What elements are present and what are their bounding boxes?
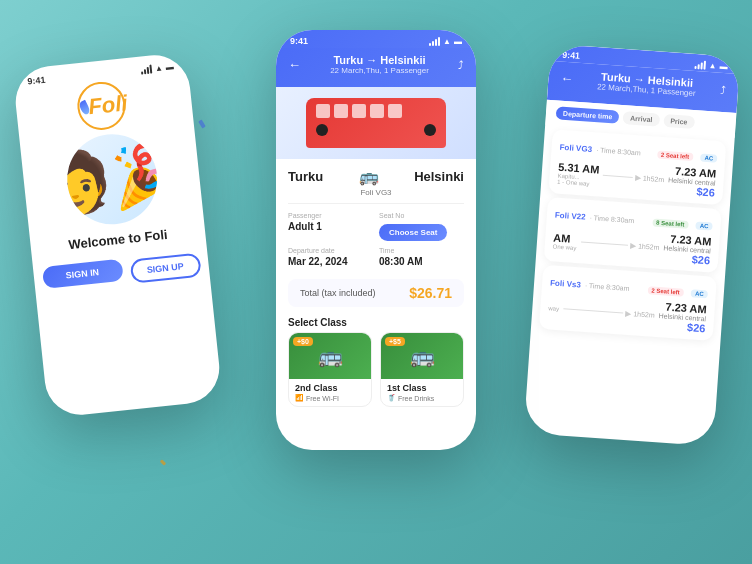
bus-image xyxy=(276,87,476,159)
wifi-icon-right: ▲ xyxy=(709,60,718,70)
class-card-img-1st: 🚌 +$5 xyxy=(381,333,463,379)
departure-value: Mar 22, 2024 xyxy=(288,256,373,267)
seat-badge-2: 8 Seat left xyxy=(652,218,689,229)
result-time-label-1: · Time 8:30am xyxy=(596,146,641,156)
auth-buttons: SIGN IN SIGN UP xyxy=(41,251,201,295)
time-center: 9:41 xyxy=(290,36,308,46)
class-card-1st[interactable]: 🚌 +$5 1st Class 🥤 Free Drinks xyxy=(380,332,464,407)
confetti-5 xyxy=(160,459,166,465)
from-city: Turku xyxy=(288,169,323,184)
time-label: Time xyxy=(379,247,464,254)
departure-label: Departure date xyxy=(288,247,373,254)
confetti-2 xyxy=(198,120,205,129)
ac-badge-1: AC xyxy=(700,154,717,163)
center-header-subtitle: 22 March,Thu, 1 Passenger xyxy=(330,66,429,75)
class-card-img-2nd: 🚌 +$0 xyxy=(289,333,371,379)
total-row: Total (tax included) $26.71 xyxy=(288,279,464,307)
result-brand-3: Foli Vs3 xyxy=(550,278,581,289)
signal-icon xyxy=(140,64,152,74)
avatar-figure: 🧑‍🎉 xyxy=(62,142,161,217)
result-card-3[interactable]: Foli Vs3 · Time 8:30am 2 Seat left AC wa… xyxy=(539,265,717,341)
result-time-label-3: · Time 8:30am xyxy=(585,282,630,292)
time-info: Time 08:30 AM xyxy=(379,247,464,267)
signal-icon-center xyxy=(429,37,440,46)
filter-tab-price[interactable]: Price xyxy=(663,114,695,129)
select-class-title: Select Class xyxy=(276,311,476,332)
center-header: ← Turku → Helsinkii 22 March,Thu, 1 Pass… xyxy=(276,48,476,87)
status-bar-center: 9:41 ▲ ▬ xyxy=(276,30,476,48)
total-price: $26.71 xyxy=(409,285,452,301)
wifi-icon: ▲ xyxy=(154,63,163,73)
to-city: Helsinki xyxy=(414,169,464,184)
duration-1: 1h52m xyxy=(643,175,665,183)
status-icons-left: ▲ ▬ xyxy=(140,62,174,74)
class-badge-2nd: +$0 xyxy=(293,337,313,346)
signup-button[interactable]: SIGN UP xyxy=(129,253,201,284)
result-card-1[interactable]: Foli VG3 · Time 8:30am 2 Seat left AC 5.… xyxy=(548,129,726,205)
signin-button[interactable]: SIGN IN xyxy=(41,259,123,289)
price-1: $26 xyxy=(667,183,715,198)
passenger-label: Passenger xyxy=(288,212,373,219)
status-icons-right: ▲ ▬ xyxy=(695,59,728,70)
route-line-1: ▶ 1h52m xyxy=(599,171,669,185)
right-phone: 9:41 ▲ ▬ ← Turku → Helsinkii 22 March,Th… xyxy=(524,44,741,446)
booking-info-grid: Passenger Adult 1 Seat No Choose Seat De… xyxy=(276,204,476,275)
class-name-1st: 1st Class xyxy=(387,383,457,393)
drinks-feature-icon: 🥤 xyxy=(387,394,396,402)
duration-3: 1h52m xyxy=(633,310,655,318)
route-row: Turku 🚌 Helsinki xyxy=(276,159,476,188)
ac-badge-3: AC xyxy=(691,289,708,298)
share-icon-center[interactable]: ⤴ xyxy=(458,59,464,71)
wifi-feature-icon: 📶 xyxy=(295,394,304,402)
filter-tab-departure[interactable]: Departure time xyxy=(556,106,620,123)
time-value: 08:30 AM xyxy=(379,256,464,267)
route-line-3: ▶ 1h52m xyxy=(559,304,659,320)
depart-time-2: AM xyxy=(553,231,577,245)
battery-icon-center: ▬ xyxy=(454,37,462,46)
center-phone: 9:41 ▲ ▬ ← Turku → Helsinkii 22 March,Th… xyxy=(276,30,476,450)
time-right: 9:41 xyxy=(562,50,581,61)
center-header-title: Turku → Helsinkii xyxy=(330,54,429,66)
back-button-right[interactable]: ← xyxy=(560,71,574,87)
departure-info: Departure date Mar 22, 2024 xyxy=(288,247,373,267)
seat-label: Seat No xyxy=(379,212,464,219)
class-cards: 🚌 +$0 2nd Class 📶 Free Wi-FI 🚌 +$5 1st C… xyxy=(276,332,476,415)
signal-icon-right xyxy=(695,59,707,69)
filter-tab-arrival[interactable]: Arrival xyxy=(623,111,660,126)
passenger-value: Adult 1 xyxy=(288,221,373,232)
result-brand-1: Foli VG3 xyxy=(559,143,592,154)
result-brand-2: Foli V22 xyxy=(555,211,586,222)
trip-type-2: One way xyxy=(553,243,577,251)
logo-area: Foli xyxy=(79,90,129,121)
share-icon-right[interactable]: ⤴ xyxy=(720,83,727,95)
welcome-body: Foli 🧑‍🎉 Welcome to Foli SIGN IN SIGN UP xyxy=(14,74,211,306)
bus-route-icon: 🚌 xyxy=(359,167,379,186)
class-card-2nd[interactable]: 🚌 +$0 2nd Class 📶 Free Wi-FI xyxy=(288,332,372,407)
battery-icon-right: ▬ xyxy=(719,61,728,71)
trip-type-3: way xyxy=(548,305,559,312)
time-left: 9:41 xyxy=(27,75,46,87)
class-card-info-2nd: 2nd Class 📶 Free Wi-FI xyxy=(289,379,371,406)
status-icons-center: ▲ ▬ xyxy=(429,37,462,46)
choose-seat-button[interactable]: Choose Seat xyxy=(379,224,447,241)
avatar-circle: 🧑‍🎉 xyxy=(62,130,161,229)
result-time-label-2: · Time 8:30am xyxy=(590,214,635,224)
ac-badge-2: AC xyxy=(696,221,713,230)
seat-badge-1: 2 Seat left xyxy=(657,151,694,162)
passenger-info: Passenger Adult 1 xyxy=(288,212,373,241)
battery-icon: ▬ xyxy=(165,62,174,72)
seat-info: Seat No Choose Seat xyxy=(379,212,464,241)
seat-badge-3: 2 Seat left xyxy=(647,286,684,297)
price-2: $26 xyxy=(662,251,710,266)
back-button-center[interactable]: ← xyxy=(288,57,301,72)
class-name-2nd: 2nd Class xyxy=(295,383,365,393)
result-card-2[interactable]: Foli V22 · Time 8:30am 8 Seat left AC AM… xyxy=(544,197,722,273)
price-3: $26 xyxy=(658,319,706,334)
class-feature-drinks: 🥤 Free Drinks xyxy=(387,394,457,402)
left-phone: 9:41 ▲ ▬ Foli 🧑‍🎉 Welcome to Foli SIGN I… xyxy=(12,52,223,418)
duration-2: 1h52m xyxy=(638,242,660,250)
class-feature-wifi: 📶 Free Wi-FI xyxy=(295,394,365,402)
operator-tag: Foli VG3 xyxy=(276,188,476,203)
route-line-2: ▶ 1h52m xyxy=(576,237,663,252)
bus-graphic xyxy=(306,98,446,148)
